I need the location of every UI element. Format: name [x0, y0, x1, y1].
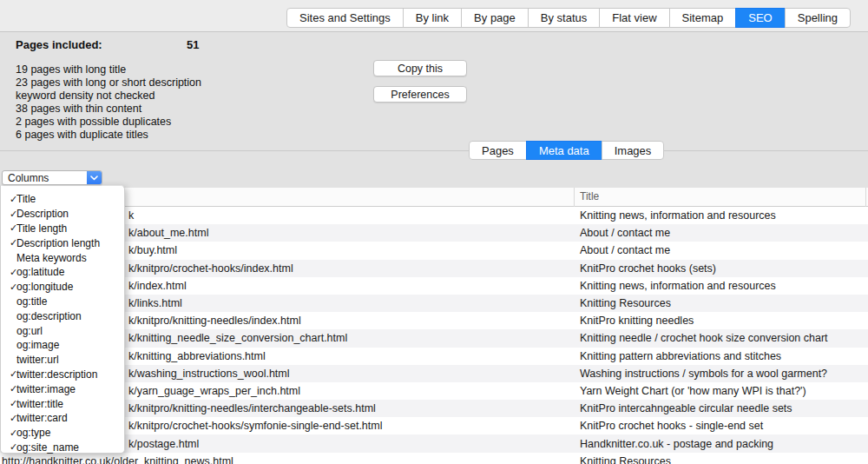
- tab-flat-view[interactable]: Flat view: [599, 8, 669, 28]
- table-row[interactable]: k/links.htmlKnitting Resources: [0, 295, 868, 312]
- menu-item-twitter-image[interactable]: ✓twitter:image: [1, 381, 124, 396]
- title-cell: KnitPro intercahngeable circular needle …: [573, 402, 868, 414]
- menu-item-meta-keywords[interactable]: Meta keywords: [1, 250, 124, 265]
- menu-item-label: og:url: [16, 325, 43, 337]
- view-tab-images[interactable]: Images: [602, 141, 665, 160]
- tab-seo[interactable]: SEO: [735, 8, 785, 28]
- table-row[interactable]: k/knitpro/crochet-hooks/symfonie-single-…: [0, 417, 868, 434]
- column-divider[interactable]: [574, 188, 575, 207]
- table-row[interactable]: k/about_me.htmlAbout / contact me: [0, 224, 868, 242]
- menu-item-label: twitter:card: [16, 412, 68, 424]
- checkmark-icon: ✓: [1, 194, 16, 205]
- title-cell: Knitting news, information and resources: [573, 280, 868, 292]
- table-row[interactable]: k/index.htmlKnitting news, information a…: [0, 277, 868, 295]
- view-tab-bar: PagesMeta dataImages: [469, 141, 664, 160]
- columns-popup-label: Columns: [3, 172, 87, 184]
- table-row[interactable]: k/yarn_guage_wraps_per_inch.htmlYarn Wei…: [0, 382, 868, 400]
- title-cell: Yarn Weight Chart (or 'how many WPI is t…: [573, 385, 868, 397]
- title-cell: Knitting needle / crochet hook size conv…: [573, 332, 868, 344]
- checkmark-icon: ✓: [1, 267, 16, 278]
- menu-item-twitter-description[interactable]: ✓twitter:description: [1, 368, 124, 382]
- table-row[interactable]: http://handknitter.co.uk/older_knitting_…: [0, 453, 868, 464]
- table-row[interactable]: kKnitting news, information and resource…: [0, 207, 868, 224]
- view-tab-meta-data[interactable]: Meta data: [526, 141, 602, 160]
- tab-sitemap[interactable]: Sitemap: [669, 8, 737, 28]
- checkmark-icon: ✓: [1, 441, 16, 453]
- tab-sites-and-settings[interactable]: Sites and Settings: [286, 8, 404, 28]
- title-cell: Knitting Resources: [573, 297, 868, 309]
- tab-by-status[interactable]: By status: [528, 8, 600, 28]
- summary-line: 38 pages with thin content: [16, 103, 363, 116]
- table-row[interactable]: k/buy.htmlAbout / contact me: [0, 242, 868, 259]
- menu-item-label: og:description: [16, 310, 82, 322]
- copy-this-label: Copy this: [398, 63, 443, 75]
- table-row[interactable]: k/knitpro/crochet-hooks/index.htmlKnitPr…: [0, 260, 868, 277]
- menu-item-og-site-name[interactable]: ✓og:site_name: [1, 441, 124, 455]
- copy-this-button[interactable]: Copy this: [373, 60, 467, 76]
- menu-item-og-longitude[interactable]: ✓og:longitude: [1, 280, 124, 295]
- checkmark-icon: ✓: [1, 368, 16, 380]
- column-divider[interactable]: [865, 188, 866, 207]
- menu-item-label: twitter:url: [16, 354, 59, 366]
- menu-item-label: og:latitude: [16, 266, 64, 278]
- menu-item-label: og:image: [16, 339, 59, 351]
- menu-item-title[interactable]: ✓Title: [1, 192, 124, 207]
- menu-item-og-url[interactable]: og:url: [1, 323, 124, 338]
- menu-item-label: Title: [16, 193, 36, 205]
- checkmark-icon: ✓: [1, 428, 16, 439]
- table-row[interactable]: k/knitting_needle_size_conversion_chart.…: [0, 329, 868, 347]
- menu-item-twitter-url[interactable]: twitter:url: [1, 353, 124, 368]
- menu-item-label: og:longitude: [16, 281, 73, 293]
- checkmark-icon: ✓: [1, 209, 16, 220]
- title-column-header[interactable]: Title: [580, 190, 599, 202]
- title-cell: KnitPro knitting needles: [573, 315, 868, 327]
- summary-line: 2 pages with possible duplicates: [16, 116, 363, 129]
- menu-item-label: Meta keywords: [16, 252, 87, 264]
- meta-data-table: Title kKnitting news, information and re…: [0, 188, 868, 464]
- preferences-button[interactable]: Preferences: [373, 86, 467, 103]
- title-cell: About / contact me: [573, 227, 868, 239]
- title-cell: Washing instructions / symbols for a woo…: [573, 368, 868, 380]
- checkmark-icon: ✓: [1, 413, 16, 424]
- title-cell: Knitting news, information and resources: [573, 209, 868, 222]
- top-toolbar: Sites and SettingsBy linkBy pageBy statu…: [0, 0, 868, 32]
- menu-item-og-title[interactable]: og:title: [1, 295, 124, 309]
- menu-item-title-length[interactable]: ✓Title length: [1, 222, 124, 236]
- table-row[interactable]: k/knitpro/knitting-needles/interchangeab…: [0, 400, 868, 417]
- table-row[interactable]: k/knitpro/knitting-needles/index.htmlKni…: [0, 312, 868, 329]
- checkmark-icon: ✓: [1, 282, 16, 293]
- menu-item-label: og:site_name: [16, 441, 79, 454]
- url-cell: http://handknitter.co.uk/older_knitting_…: [0, 455, 573, 464]
- columns-popup-button[interactable]: Columns: [2, 170, 102, 185]
- summary-line: 6 pages with duplicate titles: [16, 129, 363, 142]
- summary-line: keyword density not checked: [16, 89, 363, 103]
- menu-item-og-latitude[interactable]: ✓og:latitude: [1, 265, 124, 280]
- view-tab-pages[interactable]: Pages: [469, 141, 527, 160]
- title-cell: About / contact me: [573, 244, 868, 256]
- pages-included-label: Pages included:: [16, 38, 102, 51]
- table-header[interactable]: Title: [0, 188, 868, 207]
- menu-item-label: twitter:title: [16, 398, 63, 410]
- table-row[interactable]: k/postage.htmlHandknitter.co.uk - postag…: [0, 434, 868, 452]
- title-cell: Knitting pattern abbreviations and stitc…: [573, 350, 868, 362]
- menu-item-label: og:type: [16, 427, 50, 439]
- menu-item-og-description[interactable]: og:description: [1, 308, 124, 323]
- menu-item-twitter-card[interactable]: ✓twitter:card: [1, 411, 124, 426]
- table-row[interactable]: k/washing_instructions_wool.htmlWashing …: [0, 365, 868, 382]
- summary-line: 19 pages with long title: [16, 63, 363, 76]
- title-cell: KnitPro crochet hooks - single-end set: [573, 420, 868, 432]
- menu-item-og-type[interactable]: ✓og:type: [1, 426, 124, 441]
- menu-item-description[interactable]: ✓Description: [1, 207, 124, 222]
- menu-item-og-image[interactable]: og:image: [1, 338, 124, 353]
- tab-by-link[interactable]: By link: [403, 8, 462, 28]
- table-row[interactable]: k/knitting_abbreviations.htmlKnitting pa…: [0, 348, 868, 365]
- menu-item-description-length[interactable]: ✓Description length: [1, 235, 124, 250]
- checkmark-icon: ✓: [1, 383, 16, 394]
- title-cell: KnitPro crochet hooks (sets): [573, 262, 868, 275]
- checkmark-icon: ✓: [1, 222, 16, 234]
- menu-item-label: twitter:description: [16, 368, 97, 381]
- tab-by-page[interactable]: By page: [461, 8, 529, 28]
- menu-item-twitter-title[interactable]: ✓twitter:title: [1, 396, 124, 411]
- pages-included-count: 51: [187, 38, 199, 51]
- tab-spelling[interactable]: Spelling: [785, 8, 851, 28]
